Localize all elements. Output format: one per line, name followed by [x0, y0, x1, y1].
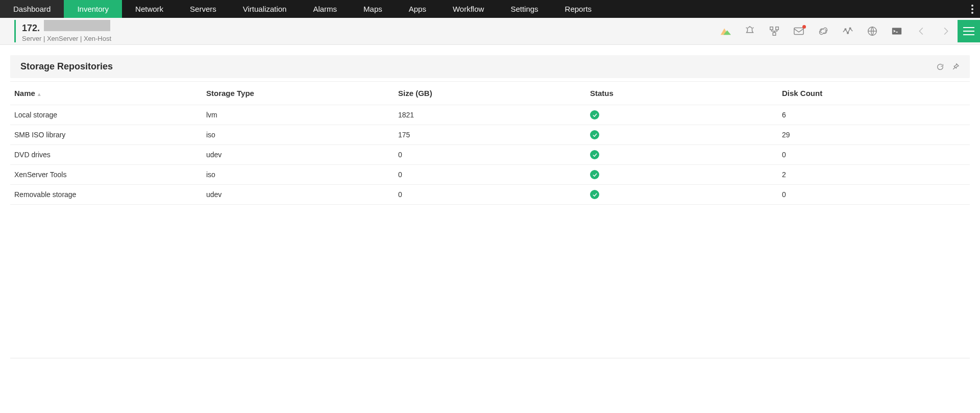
cell-status	[586, 145, 778, 165]
status-ok-icon	[590, 150, 599, 159]
cell-status	[586, 165, 778, 185]
col-status[interactable]: Status	[586, 82, 778, 105]
col-name[interactable]: Name▲	[10, 82, 202, 105]
toolbar-icons	[719, 26, 958, 37]
nav-inventory[interactable]: Inventory	[64, 0, 122, 18]
svg-rect-2	[770, 27, 773, 30]
chart-icon[interactable]	[719, 26, 732, 37]
nav-settings[interactable]: Settings	[497, 0, 551, 18]
nav-maps[interactable]: Maps	[350, 0, 396, 18]
cell-storage-type: iso	[202, 165, 394, 185]
svg-rect-3	[776, 27, 779, 30]
cell-name: Local storage	[10, 105, 202, 125]
activity-icon[interactable]	[841, 26, 854, 37]
breadcrumb-path: Server | XenServer | Xen-Host	[22, 35, 111, 42]
svg-point-8	[849, 28, 851, 29]
kebab-menu-icon[interactable]	[965, 0, 980, 18]
nav-virtualization[interactable]: Virtualization	[230, 0, 300, 18]
host-title-redacted	[44, 20, 110, 31]
cell-size: 0	[394, 185, 586, 205]
cell-size: 175	[394, 125, 586, 145]
cell-size: 0	[394, 165, 586, 185]
cell-name: Removable storage	[10, 185, 202, 205]
storage-repositories-panel: Storage Repositories Name▲ Storage Type …	[10, 55, 970, 205]
svg-point-6	[845, 29, 846, 30]
breadcrumb: 172. Server | XenServer | Xen-Host	[14, 20, 116, 42]
cell-disk-count: 0	[778, 145, 970, 165]
cell-disk-count: 6	[778, 105, 970, 125]
terminal-icon[interactable]	[890, 26, 903, 37]
chevron-left-icon[interactable]	[915, 26, 928, 37]
mail-icon[interactable]	[792, 26, 805, 37]
cell-disk-count: 2	[778, 165, 970, 185]
cell-size: 0	[394, 145, 586, 165]
nav-servers[interactable]: Servers	[177, 0, 230, 18]
cell-storage-type: udev	[202, 145, 394, 165]
cell-storage-type: udev	[202, 185, 394, 205]
table-row[interactable]: Removable storageudev00	[10, 185, 970, 205]
table-row[interactable]: SMB ISO libraryiso17529	[10, 125, 970, 145]
cell-disk-count: 0	[778, 185, 970, 205]
table-row[interactable]: Local storagelvm18216	[10, 105, 970, 125]
nav-alarms[interactable]: Alarms	[300, 0, 350, 18]
nav-dashboard[interactable]: Dashboard	[0, 0, 64, 18]
col-disk-count[interactable]: Disk Count	[778, 82, 970, 105]
table-row[interactable]: XenServer Toolsiso02	[10, 165, 970, 185]
top-nav: Dashboard Inventory Network Servers Virt…	[0, 0, 980, 18]
col-storage-type[interactable]: Storage Type	[202, 82, 394, 105]
cell-name: SMB ISO library	[10, 125, 202, 145]
topology-icon[interactable]	[768, 26, 781, 37]
status-ok-icon	[590, 110, 599, 119]
pin-icon[interactable]	[951, 63, 960, 71]
col-size[interactable]: Size (GB)	[394, 82, 586, 105]
cell-name: DVD drives	[10, 145, 202, 165]
sub-header: 172. Server | XenServer | Xen-Host	[0, 18, 980, 45]
alerts-icon[interactable]	[743, 26, 756, 37]
status-ok-icon	[590, 170, 599, 179]
status-ok-icon	[590, 190, 599, 199]
mail-unread-dot	[802, 25, 806, 29]
svg-rect-4	[773, 33, 776, 36]
cell-size: 1821	[394, 105, 586, 125]
panel-title: Storage Repositories	[20, 61, 113, 72]
svg-rect-10	[892, 28, 901, 35]
nav-workflow[interactable]: Workflow	[439, 0, 497, 18]
host-title: 172.	[22, 23, 40, 34]
status-ok-icon	[590, 130, 599, 139]
storage-table: Name▲ Storage Type Size (GB) Status Disk…	[10, 81, 970, 205]
chevron-right-icon[interactable]	[939, 26, 952, 37]
panel-header: Storage Repositories	[10, 55, 970, 78]
hamburger-icon[interactable]	[958, 20, 980, 42]
nav-reports[interactable]: Reports	[552, 0, 605, 18]
cell-storage-type: lvm	[202, 105, 394, 125]
svg-rect-5	[794, 28, 803, 35]
refresh-icon[interactable]	[936, 63, 944, 71]
table-row[interactable]: DVD drivesudev00	[10, 145, 970, 165]
link-icon[interactable]	[817, 26, 830, 37]
svg-point-7	[847, 32, 849, 34]
globe-icon[interactable]	[866, 26, 879, 37]
footer-divider	[10, 358, 970, 358]
cell-status	[586, 125, 778, 145]
cell-status	[586, 185, 778, 205]
cell-disk-count: 29	[778, 125, 970, 145]
cell-status	[586, 105, 778, 125]
cell-name: XenServer Tools	[10, 165, 202, 185]
table-header-row: Name▲ Storage Type Size (GB) Status Disk…	[10, 82, 970, 105]
nav-apps[interactable]: Apps	[396, 0, 439, 18]
cell-storage-type: iso	[202, 125, 394, 145]
nav-network[interactable]: Network	[122, 0, 177, 18]
